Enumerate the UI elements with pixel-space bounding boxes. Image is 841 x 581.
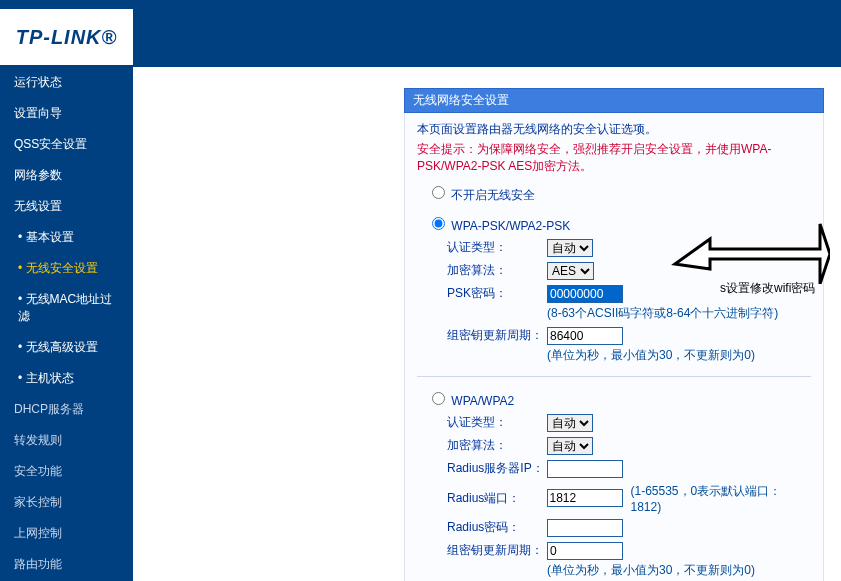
sidebar-item-4[interactable]: 无线设置 <box>0 191 133 222</box>
radius-ip-input[interactable] <box>547 460 623 478</box>
auth-type-label-2: 认证类型： <box>447 414 547 431</box>
group-key-label-2: 组密钥更新周期： <box>447 542 547 559</box>
auth-type-select-2[interactable]: 自动 <box>547 414 593 432</box>
radio-disable-security[interactable]: 不开启无线安全 <box>427 188 535 202</box>
radius-pw-label: Radius密码： <box>447 519 547 536</box>
intro-text: 本页面设置路由器无线网络的安全认证选项。 <box>417 121 811 138</box>
sidebar-item-6[interactable]: 无线安全设置 <box>0 253 133 284</box>
panel-title: 无线网络安全设置 <box>404 88 824 113</box>
sidebar-item-0[interactable]: 运行状态 <box>0 67 133 98</box>
psk-password-input[interactable] <box>547 285 623 303</box>
radius-port-label: Radius端口： <box>447 490 547 507</box>
callout-text: s设置修改wifi密码 <box>720 280 815 297</box>
group-key-hint-2: (单位为秒，最小值为30，不更新则为0) <box>547 562 811 579</box>
encryption-label: 加密算法： <box>447 262 547 279</box>
sidebar-item-2[interactable]: QSS安全设置 <box>0 129 133 160</box>
sidebar: 运行状态设置向导QSS安全设置网络参数无线设置基本设置无线安全设置无线MAC地址… <box>0 67 133 581</box>
encryption-select-2[interactable]: 自动 <box>547 437 593 455</box>
sidebar-item-11[interactable]: 转发规则 <box>0 425 133 456</box>
radio-wpa[interactable]: WPA/WPA2 <box>427 394 514 408</box>
encryption-label-2: 加密算法： <box>447 437 547 454</box>
psk-hint: (8-63个ACSII码字符或8-64个十六进制字符) <box>547 305 811 322</box>
encryption-select[interactable]: AES <box>547 262 594 280</box>
sidebar-item-13[interactable]: 家长控制 <box>0 487 133 518</box>
radius-ip-label: Radius服务器IP： <box>447 460 547 477</box>
sidebar-item-12[interactable]: 安全功能 <box>0 456 133 487</box>
group-key-hint: (单位为秒，最小值为30，不更新则为0) <box>547 347 811 364</box>
sidebar-item-9[interactable]: 主机状态 <box>0 363 133 394</box>
sidebar-item-15[interactable]: 路由功能 <box>0 549 133 580</box>
radio-wpa-psk[interactable]: WPA-PSK/WPA2-PSK <box>427 219 570 233</box>
sidebar-item-7[interactable]: 无线MAC地址过滤 <box>0 284 133 332</box>
brand-logo: TP-LINK® <box>0 9 133 65</box>
sidebar-item-14[interactable]: 上网控制 <box>0 518 133 549</box>
radius-port-hint: (1-65535，0表示默认端口：1812) <box>631 483 812 514</box>
sidebar-item-3[interactable]: 网络参数 <box>0 160 133 191</box>
sidebar-item-5[interactable]: 基本设置 <box>0 222 133 253</box>
security-warning: 安全提示：为保障网络安全，强烈推荐开启安全设置，并使用WPA-PSK/WPA2-… <box>417 141 811 175</box>
sidebar-item-8[interactable]: 无线高级设置 <box>0 332 133 363</box>
group-key-input[interactable] <box>547 327 623 345</box>
radius-port-input[interactable] <box>547 489 623 507</box>
sidebar-item-1[interactable]: 设置向导 <box>0 98 133 129</box>
group-key-label: 组密钥更新周期： <box>447 327 547 344</box>
sidebar-item-10[interactable]: DHCP服务器 <box>0 394 133 425</box>
radius-pw-input[interactable] <box>547 519 623 537</box>
auth-type-select[interactable]: 自动 <box>547 239 593 257</box>
psk-password-label: PSK密码： <box>447 285 547 302</box>
settings-panel: 无线网络安全设置 本页面设置路由器无线网络的安全认证选项。 安全提示：为保障网络… <box>404 88 824 581</box>
auth-type-label: 认证类型： <box>447 239 547 256</box>
group-key-input-2[interactable] <box>547 542 623 560</box>
